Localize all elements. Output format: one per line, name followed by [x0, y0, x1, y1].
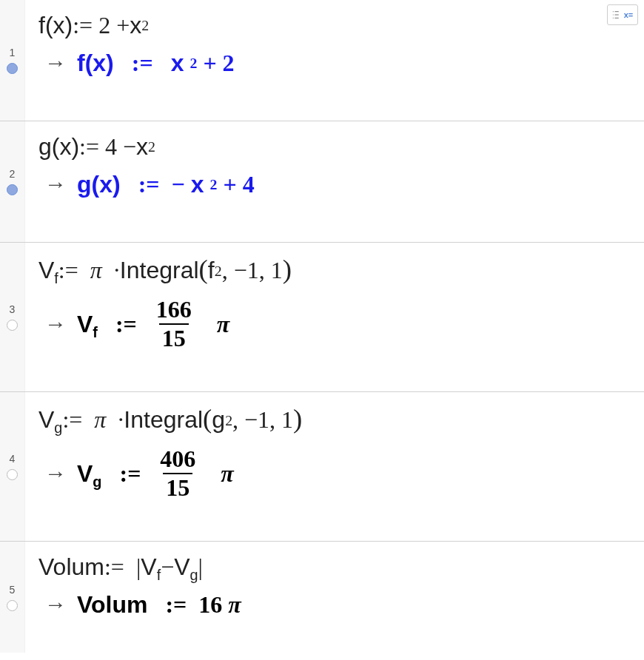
result-arrow-icon: →	[44, 172, 67, 197]
cas-row-2[interactable]: 2 g(x) := 4 − x2 → g(x) := −x2 + 4	[0, 121, 644, 243]
result-arrow-icon: →	[44, 592, 67, 617]
result-arrow-icon: →	[44, 50, 67, 75]
list-icon	[612, 10, 623, 20]
row-gutter: 2	[0, 121, 25, 242]
row-number: 4	[10, 453, 16, 465]
visibility-marker[interactable]	[7, 184, 18, 195]
input-expression[interactable]: Volum := |Vf − Vg|	[38, 550, 638, 584]
cas-row-3[interactable]: 3 Vf := π · Integral(f2, −1, 1) → Vf := …	[0, 243, 644, 392]
row-content: Vf := π · Integral(f2, −1, 1) → Vf := 16…	[25, 243, 644, 391]
cas-row-1[interactable]: 1 f(x) := 2 + x2 → f(x) := x2 + 2	[0, 0, 644, 121]
visibility-marker[interactable]	[7, 63, 18, 74]
result-line: → f(x) := x2 + 2	[38, 50, 638, 77]
result-line: → Vf := 16615 π	[38, 297, 638, 351]
cas-row-4[interactable]: 4 Vg := π · Integral(g2, −1, 1) → Vg := …	[0, 392, 644, 542]
result-arrow-icon: →	[44, 461, 67, 486]
row-gutter: 1	[0, 0, 25, 121]
visibility-marker[interactable]	[7, 320, 18, 331]
row-number: 1	[10, 47, 16, 58]
input-expression[interactable]: Vf := π · Integral(f2, −1, 1)	[38, 252, 638, 290]
row-gutter: 3	[0, 243, 25, 391]
cas-row-5[interactable]: 5 Volum := |Vf − Vg| → Volum := 16 π	[0, 542, 644, 653]
result-expression: Vf := 16615 π	[77, 297, 229, 351]
substitute-label: x=	[624, 10, 634, 19]
result-expression: Vg := 40615 π	[77, 447, 234, 501]
result-expression: f(x) := x2 + 2	[77, 50, 235, 77]
row-content: Volum := |Vf − Vg| → Volum := 16 π	[25, 542, 644, 653]
visibility-marker[interactable]	[7, 469, 18, 480]
result-line: → Volum := 16 π	[38, 591, 638, 619]
visibility-marker[interactable]	[7, 600, 18, 611]
row-number: 2	[10, 168, 16, 180]
row-content: g(x) := 4 − x2 → g(x) := −x2 + 4	[25, 121, 644, 242]
result-arrow-icon: →	[44, 312, 67, 337]
substitute-button[interactable]: x=	[607, 4, 638, 25]
row-number: 5	[10, 584, 16, 596]
input-expression[interactable]: f(x) := 2 + x2	[38, 9, 638, 42]
row-gutter: 5	[0, 542, 25, 653]
result-expression: Volum := 16 π	[77, 591, 241, 619]
result-expression: g(x) := −x2 + 4	[77, 171, 255, 198]
input-expression[interactable]: Vg := π · Integral(g2, −1, 1)	[38, 401, 638, 440]
result-line: → Vg := 40615 π	[38, 447, 638, 501]
row-gutter: 4	[0, 392, 25, 541]
row-content: Vg := π · Integral(g2, −1, 1) → Vg := 40…	[25, 392, 644, 541]
input-expression[interactable]: g(x) := 4 − x2	[38, 130, 638, 164]
result-line: → g(x) := −x2 + 4	[38, 171, 638, 198]
row-number: 3	[10, 303, 16, 315]
row-content: f(x) := 2 + x2 → f(x) := x2 + 2	[25, 0, 644, 121]
